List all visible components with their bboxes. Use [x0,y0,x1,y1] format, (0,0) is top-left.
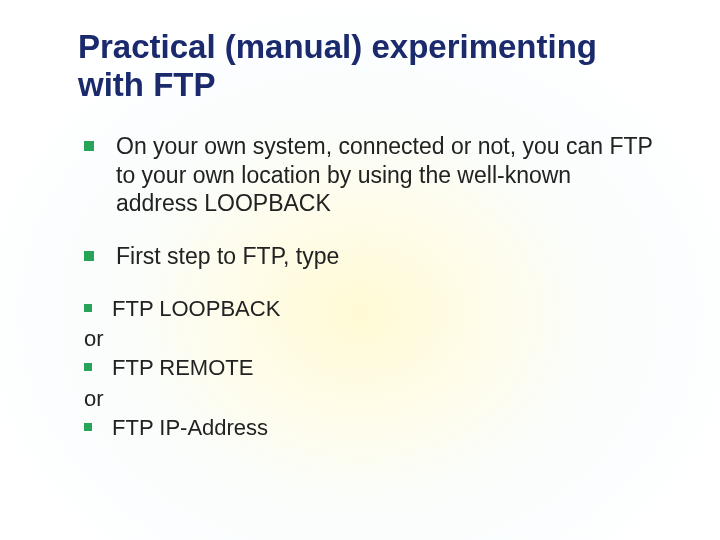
slide-container: Practical (manual) experimenting with FT… [0,0,720,540]
bullet-text: On your own system, connected or not, yo… [116,132,656,218]
bullet-text: FTP IP-Address [112,414,268,442]
bullet-item: FTP IP-Address [84,414,660,442]
square-bullet-icon [84,423,92,431]
bullet-text: First step to FTP, type [116,242,339,271]
separator-text: or [84,386,660,412]
bullet-text: FTP LOOPBACK [112,295,280,323]
square-bullet-icon [84,141,94,151]
slide-title: Practical (manual) experimenting with FT… [78,28,660,104]
square-bullet-icon [84,363,92,371]
slide-body: On your own system, connected or not, yo… [78,132,660,442]
bullet-text: FTP REMOTE [112,354,253,382]
bullet-item: On your own system, connected or not, yo… [84,132,660,218]
bullet-item: FTP REMOTE [84,354,660,382]
bullet-item: FTP LOOPBACK [84,295,660,323]
bullet-item: First step to FTP, type [84,242,660,271]
square-bullet-icon [84,304,92,312]
square-bullet-icon [84,251,94,261]
separator-text: or [84,326,660,352]
